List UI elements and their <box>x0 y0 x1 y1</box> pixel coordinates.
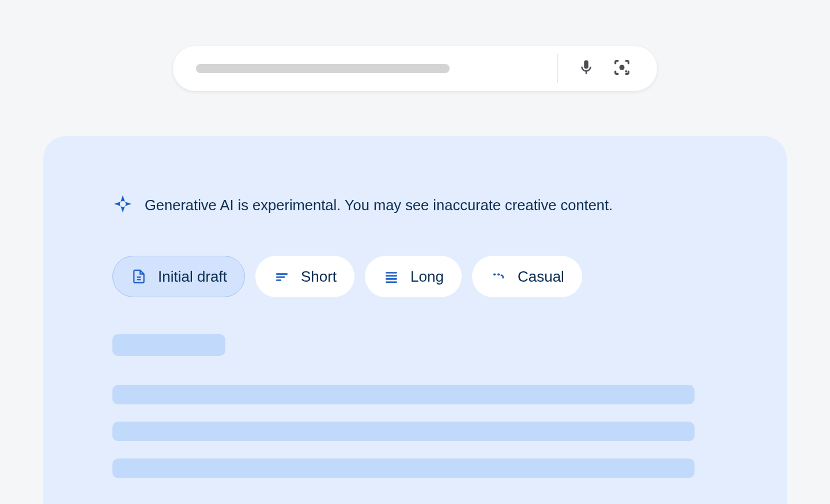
svg-point-0 <box>619 65 624 70</box>
skeleton-line <box>112 385 695 404</box>
svg-point-12 <box>493 273 496 275</box>
skeleton-line <box>112 458 695 478</box>
tone-chips-row: Initial draft Short Long <box>112 256 718 297</box>
short-lines-icon <box>273 268 290 285</box>
chip-casual[interactable]: Casual <box>472 256 582 297</box>
search-input-placeholder[interactable] <box>196 64 450 73</box>
search-divider <box>557 54 558 83</box>
sparkle-icon <box>112 194 133 217</box>
svg-point-13 <box>497 273 500 275</box>
notice-row: Generative AI is experimental. You may s… <box>112 194 718 217</box>
svg-point-1 <box>625 70 628 73</box>
document-icon <box>130 268 148 285</box>
notice-text: Generative AI is experimental. You may s… <box>145 197 613 214</box>
chip-label: Casual <box>518 268 564 286</box>
casual-smiley-icon <box>490 268 507 285</box>
camera-search-button[interactable] <box>609 55 635 82</box>
skeleton-line <box>112 422 695 441</box>
chip-label: Initial draft <box>158 268 227 286</box>
chip-label: Short <box>301 268 337 286</box>
camera-lens-icon <box>612 58 632 79</box>
chip-initial-draft[interactable]: Initial draft <box>112 256 245 297</box>
generative-ai-card: Generative AI is experimental. You may s… <box>43 136 787 504</box>
microphone-icon <box>578 59 595 78</box>
search-bar-container <box>0 0 830 91</box>
chip-label: Long <box>410 268 444 286</box>
long-lines-icon <box>383 268 400 285</box>
skeleton-title <box>112 334 225 356</box>
chip-short[interactable]: Short <box>255 256 354 297</box>
svg-point-2 <box>120 201 126 207</box>
chip-long[interactable]: Long <box>365 256 462 297</box>
search-bar[interactable] <box>173 46 657 91</box>
voice-search-button[interactable] <box>573 55 599 82</box>
